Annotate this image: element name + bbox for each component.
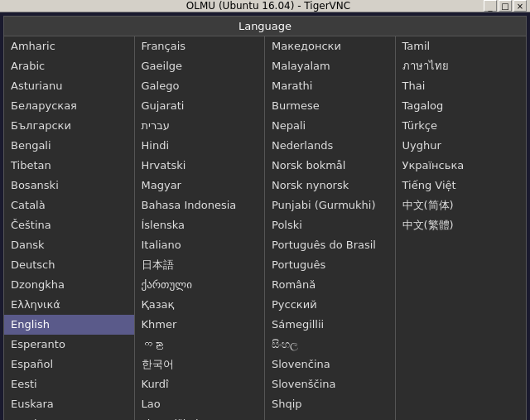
- language-item[interactable]: Қазақ: [135, 295, 265, 315]
- language-item[interactable]: Bosanski: [4, 176, 134, 196]
- language-item[interactable]: Norsk nynorsk: [265, 176, 395, 196]
- language-item[interactable]: Thai: [396, 76, 527, 96]
- language-item[interactable]: Eesti: [4, 374, 134, 394]
- language-item[interactable]: Türkçe: [396, 116, 527, 136]
- language-item[interactable]: Arabic: [4, 56, 134, 76]
- language-item[interactable]: Lietuviškai: [135, 414, 265, 420]
- language-item[interactable]: Asturianu: [4, 76, 134, 96]
- language-item[interactable]: Nederlands: [265, 136, 395, 156]
- language-item[interactable]: Kurdî: [135, 374, 265, 394]
- language-item[interactable]: Hindi: [135, 136, 265, 156]
- language-item[interactable]: Hrvatski: [135, 156, 265, 176]
- titlebar: OLMU (Ubuntu 16.04) - TigerVNC _ □ ×: [0, 0, 530, 12]
- language-item[interactable]: Polski: [265, 215, 395, 235]
- language-item[interactable]: Lao: [135, 394, 265, 414]
- language-item[interactable]: Português: [265, 255, 395, 275]
- language-dialog: Language AmharicArabicAsturianuБеларуска…: [3, 16, 527, 420]
- minimize-button[interactable]: _: [484, 0, 497, 12]
- language-item[interactable]: Српски: [265, 414, 395, 420]
- language-item[interactable]: Dansk: [4, 235, 134, 255]
- dialog-title: Language: [4, 17, 526, 36]
- language-item[interactable]: Bengali: [4, 136, 134, 156]
- language-item[interactable]: Sámegillii: [265, 315, 395, 335]
- window: OLMU (Ubuntu 16.04) - TigerVNC _ □ × Lan…: [0, 0, 530, 420]
- language-item[interactable]: Español: [4, 355, 134, 374]
- language-item[interactable]: 中文(简体): [396, 196, 527, 215]
- language-item[interactable]: Euskara: [4, 394, 134, 414]
- language-item[interactable]: Português do Brasil: [265, 235, 395, 255]
- language-item[interactable]: Български: [4, 116, 134, 136]
- language-item[interactable]: ภาษาไทย: [396, 56, 527, 76]
- language-item[interactable]: Italiano: [135, 235, 265, 255]
- maximize-button[interactable]: □: [499, 0, 512, 12]
- language-item[interactable]: Malayalam: [265, 56, 395, 76]
- language-item[interactable]: Tiếng Việt: [396, 176, 527, 196]
- main-content: Language AmharicArabicAsturianuБеларуска…: [0, 12, 530, 420]
- language-item[interactable]: Català: [4, 196, 134, 215]
- language-item[interactable]: Беларуская: [4, 96, 134, 116]
- language-item[interactable]: Українська: [396, 156, 527, 176]
- language-item[interactable]: فارسی: [4, 414, 134, 420]
- language-item[interactable]: සිංහල: [265, 335, 395, 355]
- language-item[interactable]: Čeština: [4, 215, 134, 235]
- language-item[interactable]: [396, 268, 527, 272]
- language-item[interactable]: Français: [135, 36, 265, 56]
- language-item[interactable]: Íslenska: [135, 215, 265, 235]
- language-item[interactable]: Gaeilge: [135, 56, 265, 76]
- language-item[interactable]: Tamil: [396, 36, 527, 56]
- language-item[interactable]: Marathi: [265, 76, 395, 96]
- language-item[interactable]: Punjabi (Gurmukhi): [265, 196, 395, 215]
- language-item[interactable]: Bahasa Indonesia: [135, 196, 265, 215]
- language-item[interactable]: 中文(繁體): [396, 215, 527, 235]
- language-item[interactable]: Deutsch: [4, 255, 134, 275]
- language-item[interactable]: Македонски: [265, 36, 395, 56]
- language-column-2: МакедонскиMalayalamMarathiBurmeseNepaliN…: [265, 36, 396, 420]
- language-item[interactable]: Ελληνικά: [4, 295, 134, 315]
- language-item[interactable]: ကညာႏ: [135, 335, 265, 355]
- language-item[interactable]: Gujarati: [135, 96, 265, 116]
- language-item[interactable]: Tibetan: [4, 156, 134, 176]
- language-item[interactable]: Esperanto: [4, 335, 134, 355]
- language-item[interactable]: ქართული: [135, 275, 265, 295]
- language-item[interactable]: Uyghur: [396, 136, 527, 156]
- language-item[interactable]: Tagalog: [396, 96, 527, 116]
- language-item[interactable]: 한국어: [135, 355, 265, 374]
- language-item[interactable]: Română: [265, 275, 395, 295]
- language-item[interactable]: Khmer: [135, 315, 265, 335]
- language-item[interactable]: English: [4, 315, 134, 335]
- window-title: OLMU (Ubuntu 16.04) - TigerVNC: [53, 0, 484, 12]
- language-column-0: AmharicArabicAsturianuБеларускаяБългарск…: [4, 36, 135, 420]
- language-item[interactable]: Русский: [265, 295, 395, 315]
- language-item[interactable]: 日本語: [135, 255, 265, 275]
- language-item[interactable]: Burmese: [265, 96, 395, 116]
- language-item[interactable]: עברית: [135, 116, 265, 136]
- titlebar-buttons: _ □ ×: [484, 0, 527, 12]
- close-button[interactable]: ×: [513, 0, 527, 12]
- language-item[interactable]: Slovenčina: [265, 355, 395, 374]
- language-column-3: TamilภาษาไทยThaiTagalogTürkçeUyghurУкраї…: [396, 36, 527, 420]
- language-grid: AmharicArabicAsturianuБеларускаяБългарск…: [4, 36, 526, 420]
- language-item[interactable]: Nepali: [265, 116, 395, 136]
- language-column-1: FrançaisGaeilgeGalegoGujaratiעבריתHindiH…: [135, 36, 266, 420]
- language-item[interactable]: Norsk bokmål: [265, 156, 395, 176]
- language-item[interactable]: Slovenščina: [265, 374, 395, 394]
- language-item[interactable]: Galego: [135, 76, 265, 96]
- language-item[interactable]: Dzongkha: [4, 275, 134, 295]
- language-item[interactable]: Amharic: [4, 36, 134, 56]
- language-item[interactable]: Shqip: [265, 394, 395, 414]
- language-item[interactable]: Magyar: [135, 176, 265, 196]
